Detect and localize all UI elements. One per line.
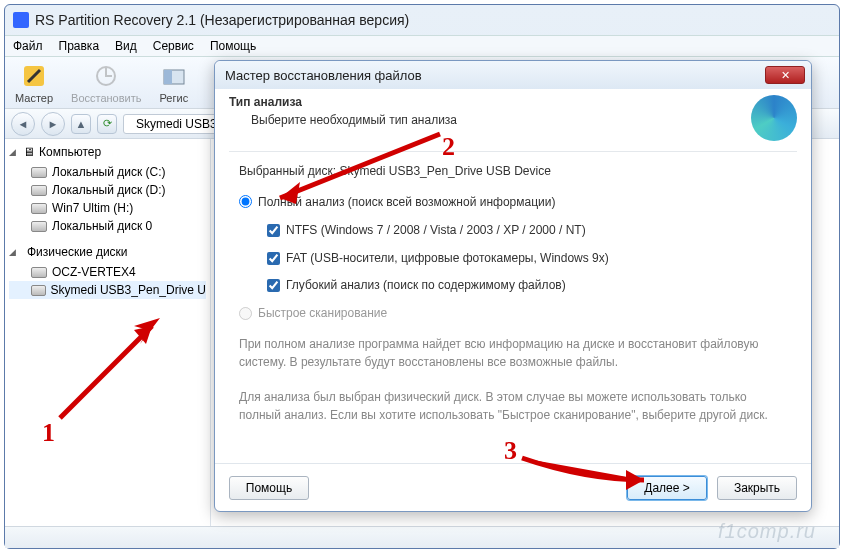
disk-icon <box>31 167 47 178</box>
computer-icon: 🖥 <box>23 145 35 159</box>
tree-group-computer[interactable]: ◢ 🖥 Компьютер <box>9 145 206 159</box>
checkbox-deep-input[interactable] <box>267 279 280 292</box>
radio-full-scan[interactable]: Полный анализ (поиск всей возможной инфо… <box>239 193 787 212</box>
tree-node-skymedi[interactable]: Skymedi USB3_Pen_Drive U <box>9 281 206 299</box>
wizard-info-full: При полном анализе программа найдет всю … <box>239 335 787 372</box>
menu-service[interactable]: Сервис <box>145 39 202 53</box>
tree-node-win7[interactable]: Win7 Ultim (H:) <box>9 199 206 217</box>
disk-icon <box>31 203 47 214</box>
watermark: f1comp.ru <box>718 520 816 543</box>
radio-fast-scan-input <box>239 307 252 320</box>
wizard-titlebar: Мастер восстановления файлов ✕ <box>215 61 811 89</box>
toolbar-regions[interactable]: Регис <box>160 62 189 104</box>
nav-back-button[interactable]: ◄ <box>11 112 35 136</box>
wizard-logo-icon <box>751 95 797 141</box>
nav-forward-button[interactable]: ► <box>41 112 65 136</box>
recover-icon <box>92 62 120 90</box>
tree-panel: ◢ 🖥 Компьютер Локальный диск (C:) Локаль… <box>5 139 211 548</box>
tree-group-physical[interactable]: ◢ Физические диски <box>9 245 206 259</box>
wizard-subheading: Выберите необходимый тип анализа <box>229 113 751 127</box>
checkbox-ntfs-input[interactable] <box>267 224 280 237</box>
checkbox-fat-input[interactable] <box>267 252 280 265</box>
tree-node-local-d[interactable]: Локальный диск (D:) <box>9 181 206 199</box>
nav-up-button[interactable]: ▲ <box>71 114 91 134</box>
svg-rect-3 <box>164 70 172 84</box>
wizard-info-physical: Для анализа был выбран физический диск. … <box>239 388 787 425</box>
menu-help[interactable]: Помощь <box>202 39 264 53</box>
help-button[interactable]: Помощь <box>229 476 309 500</box>
tree-node-local-c[interactable]: Локальный диск (C:) <box>9 163 206 181</box>
radio-fast-scan: Быстрое сканирование <box>239 304 787 323</box>
breadcrumb-drive[interactable]: Skymedi USB3 <box>123 114 226 134</box>
radio-full-scan-input[interactable] <box>239 195 252 208</box>
toolbar-recover: Восстановить <box>71 62 141 104</box>
disk-icon <box>31 221 47 232</box>
collapse-icon: ◢ <box>9 247 19 257</box>
disk-icon <box>31 185 47 196</box>
toolbar-wizard[interactable]: Мастер <box>15 62 53 104</box>
wizard-icon <box>20 62 48 90</box>
close-button[interactable]: ✕ <box>765 66 805 84</box>
checkbox-ntfs[interactable]: NTFS (Windows 7 / 2008 / Vista / 2003 / … <box>267 221 787 240</box>
collapse-icon: ◢ <box>9 147 19 157</box>
next-button[interactable]: Далее > <box>627 476 707 500</box>
wizard-body: Тип анализа Выберите необходимый тип ана… <box>215 89 811 463</box>
statusbar <box>5 526 839 548</box>
disk-icon <box>31 285 46 296</box>
selected-disk-label: Выбранный диск: Skymedi USB3_Pen_Drive U… <box>239 162 787 181</box>
menu-edit[interactable]: Правка <box>51 39 108 53</box>
menu-file[interactable]: Файл <box>5 39 51 53</box>
wizard-title: Мастер восстановления файлов <box>225 68 422 83</box>
wizard-footer: Помощь Далее > Закрыть <box>215 463 811 511</box>
tree-node-local-0[interactable]: Локальный диск 0 <box>9 217 206 235</box>
checkbox-deep[interactable]: Глубокий анализ (поиск по содержимому фа… <box>267 276 787 295</box>
checkbox-fat[interactable]: FAT (USB-носители, цифровые фотокамеры, … <box>267 249 787 268</box>
cancel-button[interactable]: Закрыть <box>717 476 797 500</box>
wizard-heading: Тип анализа <box>229 95 751 109</box>
wizard-dialog: Мастер восстановления файлов ✕ Тип анали… <box>214 60 812 512</box>
disk-icon <box>31 267 47 278</box>
app-icon <box>13 12 29 28</box>
nav-refresh-button[interactable]: ⟳ <box>97 114 117 134</box>
window-title: RS Partition Recovery 2.1 (Незарегистрир… <box>35 12 409 28</box>
regions-icon <box>160 62 188 90</box>
menubar: Файл Правка Вид Сервис Помощь <box>5 35 839 57</box>
titlebar: RS Partition Recovery 2.1 (Незарегистрир… <box>5 5 839 35</box>
menu-view[interactable]: Вид <box>107 39 145 53</box>
tree-node-ocz[interactable]: OCZ-VERTEX4 <box>9 263 206 281</box>
